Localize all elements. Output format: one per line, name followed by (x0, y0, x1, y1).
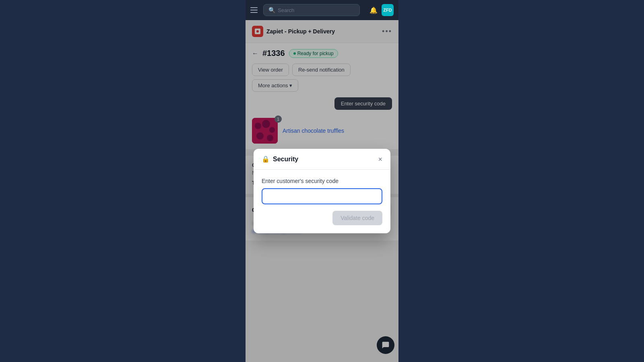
modal-title: Security (273, 156, 298, 163)
modal-close-button[interactable]: × (378, 156, 382, 163)
avatar[interactable]: ZFD (382, 4, 394, 16)
security-code-input[interactable] (262, 188, 382, 204)
security-code-label: Enter customer's security code (262, 178, 382, 184)
modal-title-row: 🔒 Security (262, 155, 298, 163)
modal-body: Enter customer's security code (254, 170, 390, 204)
menu-icon[interactable] (250, 7, 260, 13)
modal-header: 🔒 Security × (254, 149, 390, 170)
validate-code-button[interactable]: Validate code (332, 211, 382, 225)
main-panel: Zapiet - Pickup + Delivery ••• ← #1336 R… (246, 20, 398, 362)
topbar-right: 🔔 ZFD (369, 4, 394, 16)
topbar-left: 🔍 Search (250, 4, 360, 16)
modal-overlay: 🔒 Security × Enter customer's security c… (246, 20, 398, 362)
security-modal: 🔒 Security × Enter customer's security c… (254, 149, 390, 233)
search-icon: 🔍 (268, 7, 275, 13)
modal-footer: Validate code (254, 204, 390, 233)
app-wrapper: 🔍 Search 🔔 ZFD Zapiet - Pickup + Deliver… (0, 0, 644, 362)
lock-icon: 🔒 (262, 155, 270, 163)
topbar: 🔍 Search 🔔 ZFD (246, 0, 398, 20)
bell-icon[interactable]: 🔔 (369, 6, 378, 14)
search-label: Search (278, 7, 294, 13)
search-bar[interactable]: 🔍 Search (263, 4, 360, 16)
